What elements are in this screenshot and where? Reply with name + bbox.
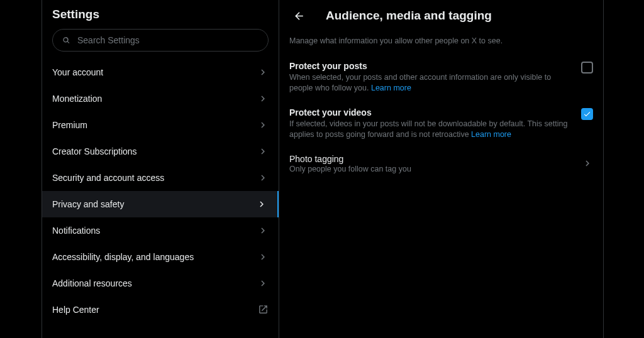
sidebar-item-label: Premium [52, 120, 87, 130]
detail-subtitle: Manage what information you allow other … [279, 30, 603, 54]
search-wrap [42, 24, 279, 59]
protect-videos-desc: If selected, videos in your posts will n… [289, 119, 572, 140]
settings-menu: Your account Monetization Premium Creato… [42, 59, 279, 322]
protect-posts-desc-text: When selected, your posts and other acco… [289, 73, 551, 92]
protect-posts-checkbox[interactable] [581, 62, 593, 74]
chevron-right-icon [582, 158, 593, 169]
protect-posts-learn-more[interactable]: Learn more [371, 84, 411, 92]
chevron-right-icon [257, 67, 269, 78]
protect-videos-title: Protect your videos [289, 107, 572, 117]
back-arrow-icon [293, 10, 305, 22]
chevron-right-icon [257, 225, 269, 236]
sidebar-item-label: Monetization [52, 94, 102, 104]
sidebar-item-accessibility[interactable]: Accessibility, display, and languages [42, 244, 279, 270]
chevron-right-icon [257, 172, 269, 183]
outer-left-gutter [0, 0, 42, 338]
external-link-icon [258, 304, 269, 315]
protect-posts-desc: When selected, your posts and other acco… [289, 72, 572, 94]
sidebar-item-additional-resources[interactable]: Additional resources [42, 270, 279, 297]
sidebar-item-help-center[interactable]: Help Center [42, 297, 279, 322]
chevron-right-icon [256, 199, 267, 210]
photo-tagging-title: Photo tagging [289, 154, 411, 164]
search-input[interactable] [77, 35, 259, 45]
sidebar-item-label: Accessibility, display, and languages [52, 252, 194, 262]
protect-videos-section: Protect your videos If selected, videos … [279, 101, 603, 147]
chevron-right-icon [257, 93, 269, 104]
chevron-right-icon [257, 119, 269, 131]
chevron-right-icon [257, 278, 269, 289]
protect-posts-title: Protect your posts [289, 61, 572, 71]
photo-tagging-row[interactable]: Photo tagging Only people you follow can… [279, 147, 603, 180]
protect-videos-learn-more[interactable]: Learn more [471, 130, 511, 139]
protect-videos-desc-text: If selected, videos in your posts will n… [289, 119, 567, 139]
sidebar-item-your-account[interactable]: Your account [42, 59, 279, 85]
detail-header: Audience, media and tagging [279, 0, 603, 30]
protect-videos-checkbox[interactable] [581, 108, 593, 120]
sidebar-item-security-access[interactable]: Security and account access [42, 165, 279, 191]
sidebar-item-label: Security and account access [52, 173, 164, 183]
photo-tagging-sub: Only people you follow can tag you [289, 165, 411, 173]
sidebar-item-label: Creator Subscriptions [52, 146, 137, 156]
search-box[interactable] [52, 29, 269, 52]
detail-title: Audience, media and tagging [326, 9, 492, 23]
sidebar-item-label: Your account [52, 67, 103, 77]
sidebar-item-label: Notifications [52, 226, 100, 236]
outer-right-gutter [604, 0, 644, 338]
sidebar-item-monetization[interactable]: Monetization [42, 85, 279, 112]
back-button[interactable] [288, 5, 309, 26]
sidebar-item-label: Help Center [52, 305, 99, 315]
sidebar-item-label: Additional resources [52, 278, 132, 288]
settings-sidebar: Settings Your account Monetization Premi… [42, 0, 279, 338]
chevron-right-icon [257, 251, 269, 263]
sidebar-item-premium[interactable]: Premium [42, 112, 279, 138]
sidebar-item-label: Privacy and safety [52, 199, 124, 209]
chevron-right-icon [257, 146, 269, 157]
sidebar-item-notifications[interactable]: Notifications [42, 217, 279, 244]
protect-posts-section: Protect your posts When selected, your p… [279, 54, 603, 101]
check-icon [583, 110, 591, 118]
sidebar-item-creator-subscriptions[interactable]: Creator Subscriptions [42, 138, 279, 165]
sidebar-item-privacy-safety[interactable]: Privacy and safety [42, 191, 279, 217]
settings-header: Settings [42, 0, 279, 24]
settings-title: Settings [52, 8, 269, 21]
detail-panel: Audience, media and tagging Manage what … [279, 0, 604, 338]
search-icon [62, 36, 71, 45]
